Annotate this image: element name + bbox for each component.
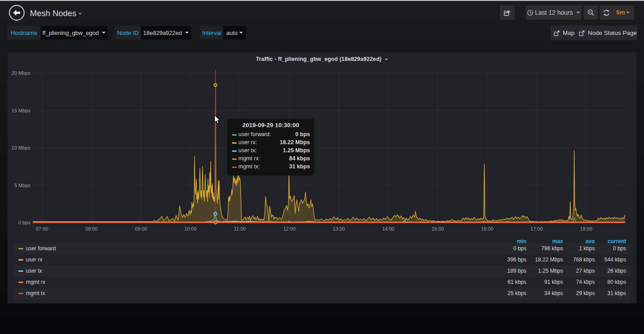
svg-text:11:00: 11:00 [234, 226, 246, 231]
svg-text:14:00: 14:00 [382, 226, 394, 231]
svg-text:5 Mbps: 5 Mbps [14, 183, 31, 188]
svg-text:08:00: 08:00 [85, 226, 98, 231]
svg-text:10:00: 10:00 [184, 226, 197, 231]
svg-text:18:00: 18:00 [580, 226, 593, 231]
svg-text:12:00: 12:00 [283, 226, 296, 231]
svg-text:10 Mbps: 10 Mbps [12, 145, 31, 150]
svg-text:13:00: 13:00 [333, 226, 345, 231]
svg-text:15 Mbps: 15 Mbps [12, 108, 31, 113]
svg-text:20 Mbps: 20 Mbps [12, 70, 31, 76]
svg-text:16:00: 16:00 [481, 226, 494, 231]
svg-text:17:00: 17:00 [530, 226, 543, 231]
svg-text:15:00: 15:00 [432, 226, 444, 231]
svg-text:0 bps: 0 bps [18, 220, 30, 225]
svg-text:09:00: 09:00 [135, 226, 147, 231]
svg-text:07:00: 07:00 [36, 226, 48, 231]
